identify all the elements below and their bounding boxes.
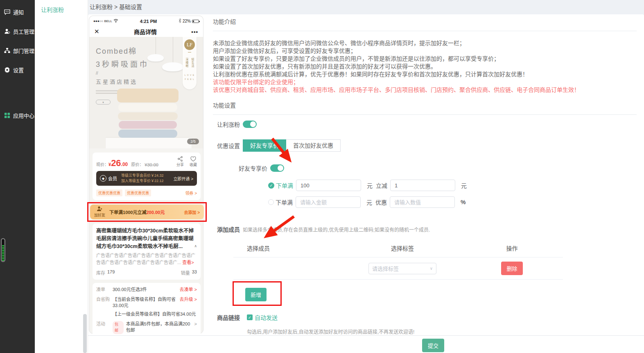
member-row: 请选择标签 ∨ 删除: [233, 257, 563, 280]
self-buy-label: 自省购: [96, 296, 113, 317]
sidebar-item-label: 通知: [13, 8, 24, 16]
add-friend-icon: 加好友: [94, 206, 105, 218]
friend-price-toggle[interactable]: [270, 164, 284, 172]
phone-page-title: 商品详情: [99, 27, 192, 36]
sub-sidebar: 让利涨粉: [35, 0, 88, 353]
rule1-condition-label: 下单满: [276, 181, 293, 189]
column-select-tag: 选择标签: [391, 244, 414, 252]
member-label: 会员: [108, 175, 117, 182]
rule1-value-input[interactable]: [390, 180, 455, 191]
member-banner[interactable]: ◆ 会员 等级三专享会员价￥24.32 加入等级五专享价￥22.12 立即开通 …: [96, 171, 197, 186]
sidebar-item-settings[interactable]: 设置: [0, 60, 35, 80]
sidebar-item-label: 设置: [13, 66, 24, 74]
lamp-decor: [162, 37, 183, 71]
department-icon: [4, 48, 10, 54]
carrier-signal: ●●●○○ BELL: [93, 19, 112, 23]
sidebar-item-label: 员工管理: [13, 27, 34, 35]
footer-bar: 提交: [88, 335, 644, 353]
rule2-unit1: 元: [366, 198, 372, 206]
original-price: ¥30.00: [145, 162, 158, 167]
submit-button[interactable]: 提交: [422, 339, 444, 352]
intro-warning-line: 该功能仅限平台绑定的企业使用；: [213, 78, 637, 86]
coudan-label: 凑单: [96, 287, 113, 293]
get-coupon-link[interactable]: 领券 >: [185, 190, 197, 196]
sidebar-item-employees[interactable]: 员工管理: [0, 22, 35, 41]
rule1-unit1: 元: [367, 181, 373, 189]
close-icon[interactable]: ✕: [94, 28, 99, 35]
main-toggle[interactable]: [243, 121, 257, 128]
headline-line2: 3秒瞬吸面巾: [96, 58, 149, 69]
settings-icon: [4, 67, 10, 73]
rule2-action-label: 优惠: [375, 198, 387, 206]
rule2-unit2: %: [461, 199, 465, 205]
tag-select-placeholder: 请选择标签: [372, 264, 399, 272]
self-buy-line2: 【上一级会员等级名称】自购可省34.00元: [113, 311, 197, 317]
add-friend-amount: 200.00元: [147, 210, 165, 215]
product-image: Combed棉 3秒瞬吸面巾 // 五星酒店精选 ▾ LF 深睡眠 轻生活: [89, 37, 203, 148]
sidebar-item-app-center[interactable]: 应用中心: [0, 106, 35, 125]
main-sidebar: 通知 员工管理 部门管理 设置 应用中心: [0, 0, 35, 353]
intro-warning-line: 该优惠只对商城自营、供应商、租赁、应用市场、应用市场子平台、多门店项目核销、门店…: [213, 86, 637, 94]
tab-friend-price[interactable]: 好友专享价: [243, 139, 286, 152]
sales-value: 33: [192, 269, 197, 276]
status-time: 4:21 PM: [118, 19, 179, 24]
activity-tag: 包邮: [113, 321, 124, 334]
badge-text: 轻生活: [190, 55, 194, 71]
view-more-link[interactable]: 查看>: [182, 260, 194, 265]
add-friend-bar[interactable]: 加好友 下单满1000元立减200.00元 去添加 >: [90, 205, 204, 219]
wifi-icon: [113, 19, 118, 23]
bluetooth-icon: [179, 18, 181, 24]
badge-text: L O V E: [183, 74, 197, 76]
collapse-icon[interactable]: ∧: [194, 242, 197, 250]
radio-rule2-unchecked[interactable]: [268, 199, 274, 205]
brand-badge: LF 深睡眠 轻生活 L O V E F E E L: [183, 37, 197, 89]
more-icon[interactable]: •••: [191, 29, 198, 35]
intro-line: 如果设置了好友专享价，只要是添加了企业微信成员的用户，不管是新添加还是以往添加的…: [213, 55, 637, 63]
scrollbar-thumb[interactable]: [83, 314, 87, 353]
promo-card: 凑单 300.00元任选3件 去凑单 > 自省购 【当前会员等级名称】自购可省3…: [93, 283, 201, 343]
members-table: 选择成员 选择标签 操作 请选择标签 ∨: [233, 240, 563, 280]
lamp-decor: [147, 37, 164, 61]
favorite-button[interactable]: 收藏: [190, 156, 197, 167]
chevron-right-icon[interactable]: >: [194, 321, 197, 334]
tag-select[interactable]: 请选择标签 ∨: [368, 263, 436, 274]
rule2-value-input[interactable]: [390, 196, 455, 208]
original-price-label: 原价：: [131, 161, 143, 167]
battery-icon: [192, 20, 199, 23]
radio-rule1-checked[interactable]: ✓: [268, 182, 274, 189]
battery-percent: 22%: [183, 19, 191, 23]
stock-value: 179: [107, 269, 115, 276]
add-member-button[interactable]: 新增: [245, 288, 267, 301]
go-coudan-link[interactable]: 去凑单 >: [180, 287, 197, 293]
share-button[interactable]: 分享: [176, 156, 184, 167]
annotation-box-add-button: 新增: [233, 281, 282, 306]
rule1-amount-input[interactable]: [296, 180, 361, 191]
phone-preview: ●●●○○ BELL 4:21 PM 22%: [89, 16, 203, 334]
delete-button[interactable]: 删除: [501, 262, 522, 275]
sales-label: 销量: [181, 269, 190, 276]
rule2-amount-input[interactable]: [296, 196, 361, 208]
coudan-text: 300.00元任选3件: [113, 287, 177, 293]
tab-first-add-friend[interactable]: 首次加好友优惠: [286, 139, 341, 152]
current-price: ¥26.00: [108, 159, 128, 167]
headline-line3: 五星酒店精选: [96, 77, 149, 85]
intro-line: 用户添加企业微信好友后，可享受设置的好友专享优惠；: [213, 47, 637, 55]
go-add-link[interactable]: 去添加 >: [184, 209, 200, 215]
submenu-item-rangli[interactable]: 让利涨粉: [35, 0, 88, 14]
sidebar-item-departments[interactable]: 部门管理: [0, 41, 35, 60]
breadcrumb: 让利涨粉 > 基础设置: [88, 0, 644, 14]
discount-setting-label: 优惠设置: [213, 141, 240, 150]
sidebar-item-label: 部门管理: [13, 47, 34, 55]
badge-text: 深睡眠: [185, 55, 189, 71]
sidebar-item-notifications[interactable]: 通知: [0, 2, 35, 22]
coupon-tag: 优惠优惠优惠: [125, 189, 151, 196]
auto-send-checkbox[interactable]: ✓: [247, 314, 253, 320]
member-price-line1: 等级三专享会员价￥24.32: [121, 173, 173, 178]
coupon-row: 优惠优惠优惠 优惠优惠优惠 领券 >: [96, 189, 197, 196]
member-open-link[interactable]: 立即开通 >: [173, 175, 193, 182]
upgrade-link[interactable]: 去升级 >: [180, 296, 197, 309]
indicator-widget: [1, 238, 5, 262]
rule1-unit2: 元: [461, 181, 467, 189]
annotation-box-add-friend: 加好友 下单满1000元立减200.00元 去添加 >: [87, 202, 207, 222]
intro-line: 未添加企业微信成员好友的微信用户访问微信公众号、微信小程序商品详情页时，提示加好…: [213, 39, 637, 47]
